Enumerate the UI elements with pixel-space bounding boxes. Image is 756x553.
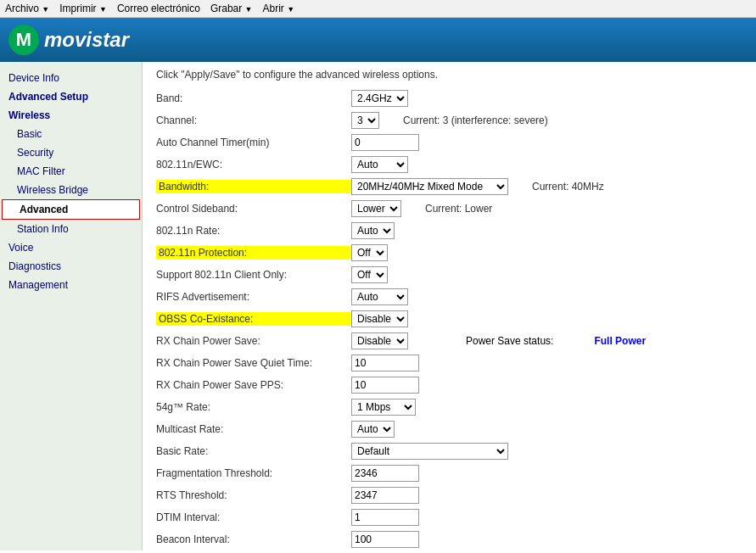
row-bandwidth: Bandwidth: 20MHz40MHz20MHz/40MHz Mixed M… — [156, 177, 742, 196]
label-basic-rate: Basic Rate: — [156, 445, 351, 457]
control-ewc: AutoEnableDisable — [351, 156, 408, 173]
label-rx-chain-pps: RX Chain Power Save PPS: — [156, 379, 351, 391]
row-basic-rate: Basic Rate: Default — [156, 442, 742, 461]
sidebar-item-advanced[interactable]: Advanced — [2, 199, 140, 220]
label-beacon-interval: Beacon Interval: — [156, 533, 351, 545]
label-rx-chain-power-save: RX Chain Power Save: — [156, 335, 351, 347]
row-support-11n: Support 802.11n Client Only: OffOn — [156, 265, 742, 284]
label-obss: OBSS Co-Existance: — [156, 312, 351, 326]
sidebar-item-basic[interactable]: Basic — [0, 125, 142, 143]
sidebar-item-diagnostics[interactable]: Diagnostics — [0, 257, 142, 276]
sidebar-item-security[interactable]: Security — [0, 143, 142, 162]
sidebar-item-mac-filter[interactable]: MAC Filter — [0, 162, 142, 181]
logo-icon: M — [8, 25, 39, 55]
label-frag-threshold: Fragmentation Threshold: — [156, 467, 351, 479]
select-control-sideband[interactable]: LowerUpper — [351, 200, 401, 217]
content-area: Click "Apply/Save" to configure the adva… — [143, 62, 756, 550]
channel-current: Current: 3 (interference: severe) — [403, 115, 548, 126]
menu-abrir[interactable]: Abrir ▼ — [263, 3, 295, 14]
select-protection-11n[interactable]: OffOn — [351, 244, 388, 261]
label-control-sideband: Control Sideband: — [156, 203, 351, 215]
select-ewc[interactable]: AutoEnableDisable — [351, 156, 408, 173]
sidebar-item-voice[interactable]: Voice — [0, 238, 142, 257]
select-band[interactable]: 2.4GHz5GHz — [351, 90, 408, 107]
row-obss: OBSS Co-Existance: DisableEnable — [156, 310, 742, 328]
control-rate-54g: 1 Mbps2 Mbps5.5 Mbps11 Mbps54 Mbps — [351, 399, 416, 416]
row-multicast-rate: Multicast Rate: Auto — [156, 420, 742, 438]
input-rx-chain-pps[interactable] — [351, 377, 419, 394]
row-rate-11n: 802.11n Rate: Auto — [156, 221, 742, 240]
info-text: Click "Apply/Save" to configure the adva… — [156, 69, 742, 81]
menu-grabar[interactable]: Grabar ▼ — [210, 3, 253, 14]
select-rifs[interactable]: AutoEnableDisable — [351, 288, 408, 305]
control-protection-11n: OffOn — [351, 244, 388, 261]
select-rate-54g[interactable]: 1 Mbps2 Mbps5.5 Mbps11 Mbps54 Mbps — [351, 399, 416, 416]
row-rx-chain-power-save: RX Chain Power Save: DisableEnable Power… — [156, 332, 742, 350]
menu-imprimir[interactable]: Imprimir ▼ — [59, 3, 107, 14]
sidebar: Device Info Advanced Setup Wireless Basi… — [0, 62, 143, 550]
control-support-11n: OffOn — [351, 266, 388, 283]
control-beacon-interval — [351, 531, 419, 548]
row-protection-11n: 802.11n Protection: OffOn — [156, 243, 742, 262]
label-dtim-interval: DTIM Interval: — [156, 511, 351, 523]
sidebar-item-station-info[interactable]: Station Info — [0, 220, 142, 238]
select-basic-rate[interactable]: Default — [351, 443, 508, 460]
sidebar-item-advanced-setup[interactable]: Advanced Setup — [0, 87, 142, 106]
control-channel: 123456 Current: 3 (interference: severe) — [351, 112, 548, 129]
input-rx-chain-quiet[interactable] — [351, 355, 419, 371]
select-channel[interactable]: 123456 — [351, 112, 379, 129]
power-save-label: Power Save status: — [466, 335, 553, 347]
row-rx-chain-quiet: RX Chain Power Save Quiet Time: — [156, 354, 742, 372]
sidebar-item-management[interactable]: Management — [0, 276, 142, 294]
label-rx-chain-quiet: RX Chain Power Save Quiet Time: — [156, 357, 351, 369]
control-rx-chain-power-save: DisableEnable Power Save status: Full Po… — [351, 332, 646, 349]
menu-bar: Archivo ▼ Imprimir ▼ Correo electrónico … — [0, 0, 756, 18]
sidebar-item-wireless-bridge[interactable]: Wireless Bridge — [0, 181, 142, 199]
menu-archivo[interactable]: Archivo ▼ — [5, 3, 49, 14]
row-rate-54g: 54g™ Rate: 1 Mbps2 Mbps5.5 Mbps11 Mbps54… — [156, 398, 742, 416]
select-bandwidth[interactable]: 20MHz40MHz20MHz/40MHz Mixed Mode — [351, 178, 508, 195]
control-rate-11n: Auto — [351, 222, 395, 239]
select-support-11n[interactable]: OffOn — [351, 266, 388, 283]
row-frag-threshold: Fragmentation Threshold: — [156, 464, 742, 483]
select-multicast-rate[interactable]: Auto — [351, 421, 395, 438]
logo: M movistar — [8, 25, 129, 55]
header: M movistar — [0, 18, 756, 62]
select-obss[interactable]: DisableEnable — [351, 310, 408, 327]
label-auto-channel-timer: Auto Channel Timer(min) — [156, 137, 351, 148]
row-auto-channel-timer: Auto Channel Timer(min) — [156, 133, 742, 152]
input-beacon-interval[interactable] — [351, 531, 419, 548]
control-rifs: AutoEnableDisable — [351, 288, 408, 305]
power-save-value: Full Power — [594, 335, 646, 347]
label-protection-11n: 802.11n Protection: — [156, 246, 351, 260]
control-bandwidth: 20MHz40MHz20MHz/40MHz Mixed Mode Current… — [351, 178, 604, 195]
label-rate-54g: 54g™ Rate: — [156, 401, 351, 413]
row-dtim-interval: DTIM Interval: — [156, 508, 742, 527]
control-obss: DisableEnable — [351, 310, 408, 327]
input-auto-channel-timer[interactable] — [351, 134, 419, 151]
control-frag-threshold — [351, 465, 419, 482]
label-ewc: 802.11n/EWC: — [156, 159, 351, 170]
sidebar-item-device-info[interactable]: Device Info — [0, 69, 142, 87]
label-bandwidth: Bandwidth: — [156, 180, 351, 193]
select-rate-11n[interactable]: Auto — [351, 222, 395, 239]
control-dtim-interval — [351, 509, 419, 526]
input-frag-threshold[interactable] — [351, 465, 419, 482]
label-multicast-rate: Multicast Rate: — [156, 423, 351, 435]
row-rx-chain-pps: RX Chain Power Save PPS: — [156, 376, 742, 394]
label-rate-11n: 802.11n Rate: — [156, 225, 351, 237]
label-channel: Channel: — [156, 115, 351, 126]
sidebar-item-wireless[interactable]: Wireless — [0, 106, 142, 125]
bandwidth-current: Current: 40MHz — [532, 181, 604, 193]
input-rts-threshold[interactable] — [351, 487, 419, 504]
row-rts-threshold: RTS Threshold: — [156, 486, 742, 505]
row-ewc: 802.11n/EWC: AutoEnableDisable — [156, 155, 742, 174]
label-rifs: RIFS Advertisement: — [156, 291, 351, 303]
main-layout: Device Info Advanced Setup Wireless Basi… — [0, 62, 756, 550]
input-dtim-interval[interactable] — [351, 509, 419, 526]
select-rx-chain-power-save[interactable]: DisableEnable — [351, 332, 408, 349]
control-rx-chain-quiet — [351, 355, 419, 371]
row-beacon-interval: Beacon Interval: — [156, 530, 742, 549]
menu-correo[interactable]: Correo electrónico — [117, 3, 200, 14]
control-auto-channel-timer — [351, 134, 419, 151]
